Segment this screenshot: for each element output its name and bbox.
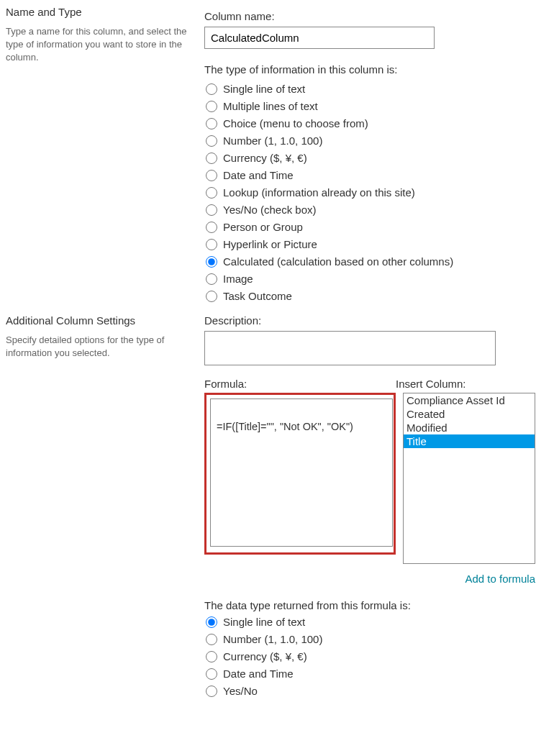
type-radio[interactable]	[206, 273, 217, 285]
description-label: Description:	[204, 314, 535, 327]
type-radio-item[interactable]: Task Outcome	[204, 290, 530, 302]
type-radio-label: Yes/No (check box)	[223, 204, 317, 216]
return-type-radio-item[interactable]: Currency ($, ¥, €)	[204, 650, 535, 662]
insert-column-label: Insert Column:	[396, 378, 535, 390]
return-type-radio[interactable]	[206, 616, 217, 628]
type-radio[interactable]	[206, 204, 217, 216]
type-radio[interactable]	[206, 187, 217, 199]
section-name-type-title: Name and Type	[6, 6, 190, 18]
type-radio-label: Image	[223, 273, 253, 285]
type-radio-item[interactable]: Yes/No (check box)	[204, 204, 530, 216]
type-radio-item[interactable]: Hyperlink or Picture	[204, 238, 530, 250]
formula-input[interactable]	[210, 399, 393, 547]
type-info-label: The type of information in this column i…	[204, 63, 530, 76]
type-radio-item[interactable]: Person or Group	[204, 221, 530, 233]
section-additional-title: Additional Column Settings	[6, 314, 190, 327]
type-radio-label: Lookup (information already on this site…	[223, 186, 415, 199]
return-type-radio-label: Date and Time	[223, 668, 294, 680]
type-radio-item[interactable]: Single line of text	[204, 83, 530, 95]
type-radio-item[interactable]: Date and Time	[204, 169, 530, 181]
listbox-item[interactable]: Compliance Asset Id	[404, 393, 535, 407]
type-radio-label: Currency ($, ¥, €)	[223, 152, 307, 164]
type-radio-group: Single line of textMultiple lines of tex…	[204, 83, 530, 302]
type-radio-label: Date and Time	[223, 169, 294, 181]
return-type-radio-item[interactable]: Yes/No	[204, 685, 535, 697]
type-radio-label: Task Outcome	[223, 290, 292, 302]
type-radio[interactable]	[206, 152, 217, 164]
return-type-radio[interactable]	[206, 634, 217, 645]
type-radio-item[interactable]: Lookup (information already on this site…	[204, 186, 530, 199]
return-type-radio-item[interactable]: Date and Time	[204, 668, 535, 680]
type-radio-item[interactable]: Multiple lines of text	[204, 100, 530, 112]
return-type-radio[interactable]	[206, 651, 217, 662]
insert-column-listbox[interactable]: Compliance Asset IdCreatedModifiedTitle	[403, 393, 535, 564]
type-radio-label: Hyperlink or Picture	[223, 238, 317, 250]
type-radio[interactable]	[206, 256, 217, 268]
type-radio-label: Calculated (calculation based on other c…	[223, 255, 453, 268]
column-name-input[interactable]	[204, 27, 435, 49]
type-radio-label: Single line of text	[223, 83, 305, 95]
type-radio[interactable]	[206, 83, 217, 95]
add-to-formula-link[interactable]: Add to formula	[403, 573, 535, 585]
type-radio-item[interactable]: Currency ($, ¥, €)	[204, 152, 530, 164]
listbox-item[interactable]: Title	[404, 434, 535, 448]
return-type-radio-label: Yes/No	[223, 685, 258, 697]
type-radio[interactable]	[206, 239, 217, 250]
return-type-radio-label: Single line of text	[223, 616, 305, 628]
type-radio-label: Person or Group	[223, 221, 303, 233]
description-input[interactable]	[204, 331, 496, 365]
column-name-label: Column name:	[204, 10, 530, 22]
return-type-radio[interactable]	[206, 668, 217, 680]
return-type-radio[interactable]	[206, 686, 217, 697]
listbox-item[interactable]: Created	[404, 407, 535, 421]
return-type-radio-item[interactable]: Number (1, 1.0, 100)	[204, 633, 535, 645]
return-type-radio-group: Single line of textNumber (1, 1.0, 100)C…	[204, 616, 535, 697]
type-radio-item[interactable]: Number (1, 1.0, 100)	[204, 135, 530, 147]
type-radio-label: Number (1, 1.0, 100)	[223, 135, 322, 147]
type-radio-item[interactable]: Calculated (calculation based on other c…	[204, 255, 530, 268]
listbox-item[interactable]: Modified	[404, 421, 535, 434]
type-radio[interactable]	[206, 135, 217, 147]
type-radio[interactable]	[206, 291, 217, 302]
formula-label: Formula:	[204, 378, 396, 390]
type-radio-item[interactable]: Choice (menu to choose from)	[204, 117, 530, 129]
section-additional-desc: Specify detailed options for the type of…	[6, 334, 190, 360]
type-radio[interactable]	[206, 101, 217, 112]
return-type-radio-label: Number (1, 1.0, 100)	[223, 633, 322, 645]
type-radio-label: Choice (menu to choose from)	[223, 117, 368, 129]
section-name-type-desc: Type a name for this column, and select …	[6, 25, 190, 65]
type-radio-label: Multiple lines of text	[223, 100, 318, 112]
return-type-label: The data type returned from this formula…	[204, 599, 535, 611]
return-type-radio-item[interactable]: Single line of text	[204, 616, 535, 628]
formula-highlight-box	[204, 393, 396, 555]
return-type-radio-label: Currency ($, ¥, €)	[223, 650, 307, 662]
type-radio-item[interactable]: Image	[204, 273, 530, 285]
type-radio[interactable]	[206, 222, 217, 233]
type-radio[interactable]	[206, 170, 217, 181]
type-radio[interactable]	[206, 118, 217, 129]
